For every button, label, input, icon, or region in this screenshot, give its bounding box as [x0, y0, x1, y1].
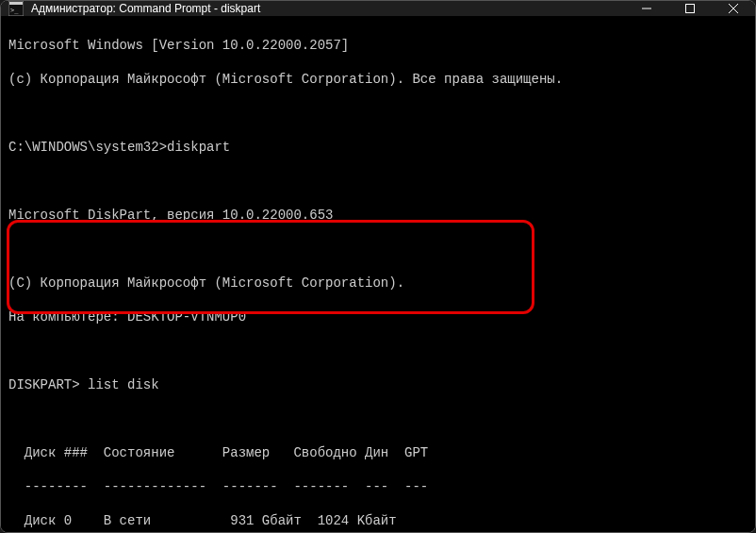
table-separator: -------- ------------- ------- ------- -…	[8, 478, 748, 495]
svg-text:>_: >_	[10, 7, 19, 14]
close-button[interactable]	[712, 1, 755, 16]
table-header: Диск ### Состояние Размер Свободно Дин G…	[8, 444, 748, 461]
svg-rect-4	[686, 5, 695, 13]
table-row: Диск 0 В сети 931 Gбайт 1024 Kбайт	[8, 512, 748, 529]
output-line: Microsoft DiskPart, версия 10.0.22000.65…	[8, 207, 748, 224]
output-line	[8, 342, 748, 359]
titlebar[interactable]: >_ Администратор: Command Prompt - diskp…	[1, 1, 755, 16]
minimize-button[interactable]	[625, 1, 668, 16]
command-prompt-window: >_ Администратор: Command Prompt - diskp…	[0, 0, 756, 533]
output-line	[8, 173, 748, 190]
output-line: На компьютере: DESKTOP-VTNMUP0	[8, 308, 748, 325]
maximize-button[interactable]	[668, 1, 712, 16]
annotation-highlight	[7, 220, 534, 314]
output-line	[8, 105, 748, 122]
output-line: DISKPART> list disk	[8, 376, 748, 393]
terminal-output[interactable]: Microsoft Windows [Version 10.0.22000.20…	[1, 16, 755, 533]
output-line: C:\WINDOWS\system32>diskpart	[8, 139, 748, 156]
cmd-icon: >_	[8, 1, 24, 16]
svg-rect-1	[9, 2, 23, 5]
window-controls	[625, 1, 755, 16]
output-line	[8, 241, 748, 258]
output-line: (с) Корпорация Майкрософт (Microsoft Cor…	[8, 71, 748, 88]
output-line: Microsoft Windows [Version 10.0.22000.20…	[8, 37, 748, 54]
output-line	[8, 410, 748, 427]
window-title: Администратор: Command Prompt - diskpart	[31, 2, 625, 15]
output-line: (C) Корпорация Майкрософт (Microsoft Cor…	[8, 275, 748, 291]
